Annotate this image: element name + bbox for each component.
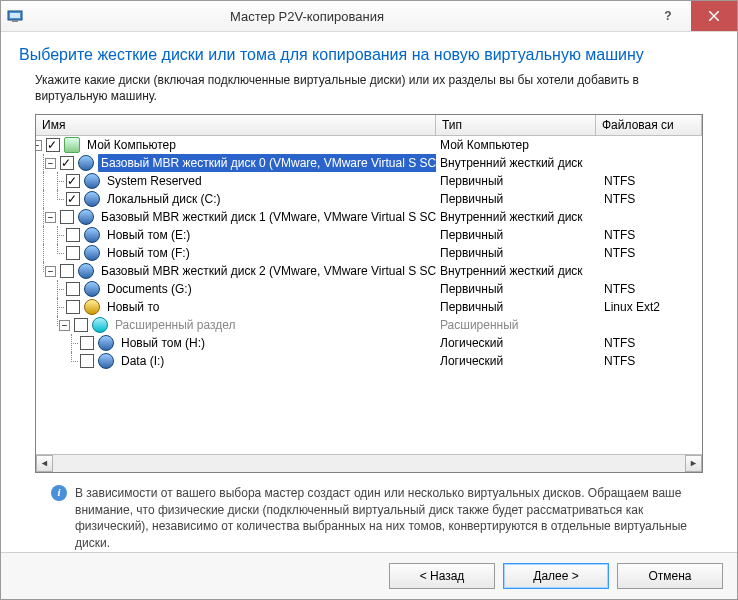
row-checkbox[interactable] xyxy=(80,354,94,368)
tree-row[interactable]: −Базовый MBR жесткий диск 1 (VMware, VMw… xyxy=(36,208,702,226)
col-header-name[interactable]: Имя xyxy=(36,115,436,135)
collapse-icon[interactable]: − xyxy=(45,158,56,169)
row-filesystem: NTFS xyxy=(600,280,702,298)
row-type: Внутренний жесткий диск xyxy=(436,154,600,172)
tree-row[interactable]: Data (I:)ЛогическийNTFS xyxy=(36,352,702,370)
disk-c-icon xyxy=(92,317,108,333)
row-checkbox[interactable] xyxy=(74,318,88,332)
disk-icon xyxy=(78,209,94,225)
tree-connector xyxy=(36,244,50,262)
row-label: Базовый MBR жесткий диск 0 (VMware, VMwa… xyxy=(98,154,436,172)
row-type: Внутренний жесткий диск xyxy=(436,262,600,280)
tree-connector xyxy=(50,226,64,244)
info-note: i В зависимости от вашего выбора мастер … xyxy=(35,485,703,552)
tree-row[interactable]: Documents (G:)ПервичныйNTFS xyxy=(36,280,702,298)
tree-connector xyxy=(36,352,50,370)
disk-icon xyxy=(78,155,94,171)
row-filesystem: Linux Ext2 xyxy=(600,298,702,316)
tree-row[interactable]: Новый том (F:)ПервичныйNTFS xyxy=(36,244,702,262)
tree-connector xyxy=(50,244,64,262)
scroll-right-arrow[interactable]: ► xyxy=(685,455,702,472)
disk-y-icon xyxy=(84,299,100,315)
row-filesystem: NTFS xyxy=(600,244,702,262)
collapse-icon[interactable]: − xyxy=(45,266,56,277)
row-label: Новый то xyxy=(104,298,162,316)
row-checkbox[interactable] xyxy=(66,192,80,206)
row-label: Базовый MBR жесткий диск 2 (VMware, VMwa… xyxy=(98,262,436,280)
row-checkbox[interactable] xyxy=(46,138,60,152)
row-checkbox[interactable] xyxy=(80,336,94,350)
row-type: Мой Компьютер xyxy=(436,136,600,154)
info-text: В зависимости от вашего выбора мастер со… xyxy=(75,485,687,552)
row-checkbox[interactable] xyxy=(66,228,80,242)
row-checkbox[interactable] xyxy=(60,264,74,278)
grid-body[interactable]: −Мой КомпьютерМой Компьютер−Базовый MBR … xyxy=(36,136,702,453)
row-checkbox[interactable] xyxy=(66,246,80,260)
disk-icon xyxy=(84,173,100,189)
page-subtext: Укажите какие диски (включая подключенны… xyxy=(19,72,719,104)
tree-row[interactable]: −Базовый MBR жесткий диск 2 (VMware, VMw… xyxy=(36,262,702,280)
row-label: Новый том (H:) xyxy=(118,334,208,352)
row-checkbox[interactable] xyxy=(60,210,74,224)
computer-icon xyxy=(64,137,80,153)
row-filesystem: NTFS xyxy=(600,352,702,370)
help-button[interactable]: ? xyxy=(645,1,691,31)
tree-connector xyxy=(36,316,50,334)
tree-connector xyxy=(64,352,78,370)
row-checkbox[interactable] xyxy=(66,300,80,314)
row-label: Мой Компьютер xyxy=(84,136,179,154)
row-filesystem: NTFS xyxy=(600,190,702,208)
tree-connector xyxy=(50,298,64,316)
horizontal-scrollbar[interactable]: ◄ ► xyxy=(36,454,702,472)
row-type: Первичный xyxy=(436,280,600,298)
disk-tree-grid: Имя Тип Файловая си −Мой КомпьютерМой Ко… xyxy=(35,114,703,472)
row-label: Data (I:) xyxy=(118,352,167,370)
scroll-left-arrow[interactable]: ◄ xyxy=(36,455,53,472)
tree-row[interactable]: Новый тоПервичныйLinux Ext2 xyxy=(36,298,702,316)
row-type: Расширенный xyxy=(436,316,600,334)
disk-icon xyxy=(78,263,94,279)
wizard-window: Мастер P2V-копирования ? Выберите жестки… xyxy=(0,0,738,600)
tree-row[interactable]: Новый том (E:)ПервичныйNTFS xyxy=(36,226,702,244)
collapse-icon[interactable]: − xyxy=(45,212,56,223)
tree-connector xyxy=(36,280,50,298)
tree-connector xyxy=(50,280,64,298)
tree-row[interactable]: −Базовый MBR жесткий диск 0 (VMware, VMw… xyxy=(36,154,702,172)
row-filesystem: NTFS xyxy=(600,226,702,244)
tree-connector xyxy=(50,172,64,190)
collapse-icon[interactable]: − xyxy=(59,320,70,331)
tree-row[interactable]: −Расширенный разделРасширенный xyxy=(36,316,702,334)
col-header-fs[interactable]: Файловая си xyxy=(596,115,702,135)
row-type: Логический xyxy=(436,334,600,352)
close-button[interactable] xyxy=(691,1,737,31)
disk-icon xyxy=(84,191,100,207)
cancel-button[interactable]: Отмена xyxy=(617,563,723,589)
row-label: System Reserved xyxy=(104,172,205,190)
row-label: Расширенный раздел xyxy=(112,316,239,334)
row-label: Documents (G:) xyxy=(104,280,195,298)
row-label: Базовый MBR жесткий диск 1 (VMware, VMwa… xyxy=(98,208,436,226)
next-button[interactable]: Далее > xyxy=(503,563,609,589)
tree-row[interactable]: −Мой КомпьютерМой Компьютер xyxy=(36,136,702,154)
tree-row[interactable]: System ReservedПервичныйNTFS xyxy=(36,172,702,190)
tree-connector xyxy=(36,226,50,244)
row-type: Логический xyxy=(436,352,600,370)
page-heading: Выберите жесткие диски или тома для копи… xyxy=(19,46,719,64)
collapse-icon[interactable]: − xyxy=(36,140,42,151)
disk-icon xyxy=(84,245,100,261)
row-checkbox[interactable] xyxy=(66,282,80,296)
wizard-content: Выберите жесткие диски или тома для копи… xyxy=(1,32,737,552)
tree-row[interactable]: Новый том (H:)ЛогическийNTFS xyxy=(36,334,702,352)
row-checkbox[interactable] xyxy=(60,156,74,170)
window-title: Мастер P2V-копирования xyxy=(0,9,645,24)
tree-connector xyxy=(50,334,64,352)
row-filesystem: NTFS xyxy=(600,334,702,352)
tree-row[interactable]: Локальный диск (C:)ПервичныйNTFS xyxy=(36,190,702,208)
row-checkbox[interactable] xyxy=(66,174,80,188)
tree-connector xyxy=(36,172,50,190)
col-header-type[interactable]: Тип xyxy=(436,115,596,135)
disk-icon xyxy=(84,281,100,297)
tree-connector xyxy=(50,190,64,208)
back-button[interactable]: < Назад xyxy=(389,563,495,589)
row-label: Новый том (F:) xyxy=(104,244,193,262)
